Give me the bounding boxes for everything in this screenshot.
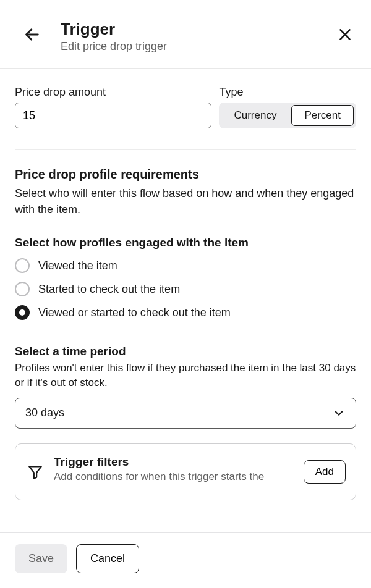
filter-icon-wrap [25,464,45,480]
page-subtitle: Edit price drop trigger [61,40,334,53]
engagement-option-checkout[interactable]: Started to check out the item [15,282,356,296]
save-button[interactable]: Save [15,544,67,573]
svg-marker-3 [29,466,41,479]
filter-icon [27,464,43,480]
amount-type-row: Price drop amount Type Currency Percent [15,86,356,128]
requirements-title: Price drop profile requirements [15,167,356,182]
amount-field: Price drop amount [15,86,211,128]
type-field: Type Currency Percent [219,86,356,128]
engagement-radio-group: Viewed the item Started to check out the… [15,258,356,320]
requirements-section: Price drop profile requirements Select w… [15,167,356,217]
requirements-description: Select who will enter this flow based on… [15,185,356,217]
type-label: Type [219,86,356,99]
trigger-filters-text: Trigger filters Add conditions for when … [54,455,295,484]
modal-header: Trigger Edit price drop trigger [0,0,371,69]
divider [15,149,356,150]
time-period-value: 30 days [25,406,64,419]
time-period-select[interactable]: 30 days [15,398,356,429]
engagement-option-label: Viewed the item [38,259,117,272]
close-icon [337,27,353,43]
back-button[interactable] [21,23,43,46]
type-segmented-control: Currency Percent [219,103,356,128]
time-period-title: Select a time period [15,345,356,358]
trigger-filters-title: Trigger filters [54,455,295,469]
time-period-description: Profiles won't enter this flow if they p… [15,361,356,390]
chevron-down-icon [332,406,346,420]
radio-icon [15,258,30,273]
modal-footer: Save Cancel [0,532,371,588]
header-titles: Trigger Edit price drop trigger [61,20,334,53]
engagement-option-label: Viewed or started to check out the item [38,306,231,319]
modal-content: Price drop amount Type Currency Percent … [0,69,371,500]
arrow-left-icon [23,26,41,43]
time-period-section: Select a time period Profiles won't ente… [15,345,356,429]
amount-input[interactable] [15,103,211,128]
engagement-option-viewed[interactable]: Viewed the item [15,258,356,273]
type-option-percent[interactable]: Percent [291,105,354,126]
trigger-filters-card: Trigger filters Add conditions for when … [15,443,356,500]
close-button[interactable] [334,23,356,46]
radio-icon [15,282,30,296]
trigger-filters-description: Add conditions for when this trigger sta… [54,470,295,484]
type-option-currency[interactable]: Currency [221,105,289,126]
radio-icon [15,305,30,320]
cancel-button[interactable]: Cancel [76,544,139,573]
engagement-option-label: Started to check out the item [38,283,180,296]
page-title: Trigger [61,20,334,39]
add-filter-button[interactable]: Add [304,460,346,484]
engagement-option-both[interactable]: Viewed or started to check out the item [15,305,356,320]
amount-label: Price drop amount [15,86,211,99]
engagement-title: Select how profiles engaged with the ite… [15,236,356,250]
